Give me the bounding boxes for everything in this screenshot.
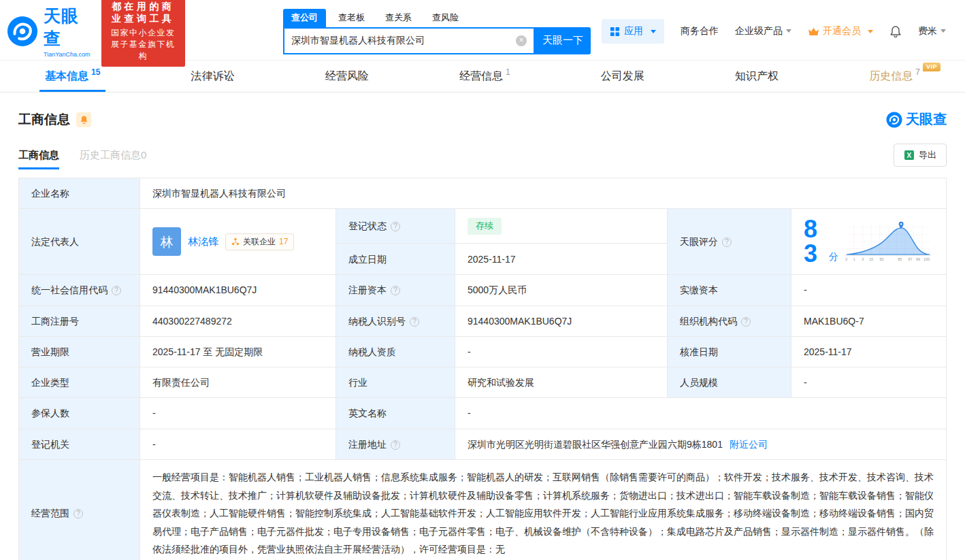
label-reg-address: 注册地址 <box>336 429 455 459</box>
label-reg-number: 工商注册号 <box>19 306 140 336</box>
score-number: 83 <box>804 217 825 266</box>
search-tab-risk[interactable]: 查风险 <box>424 9 467 27</box>
top-header: 天眼查 TianYanCha.com 都在用的商业查询工具 国家中小企业发展子基… <box>0 0 965 60</box>
label-staff-size: 人员规模 <box>668 367 791 398</box>
label-legal-rep: 法定代表人 <box>19 209 140 275</box>
table-row: 营业期限 2025-11-17 至 无固定期限 纳税人资质 - 核准日期 202… <box>19 336 947 367</box>
tianyancha-logo[interactable]: 天眼查 TianYanCha.com <box>7 5 91 58</box>
tab-label: 经营风险 <box>325 69 369 84</box>
subscribe-bell-icon[interactable] <box>76 112 91 127</box>
promo-banner-line2: 国家中小企业发展子基金旗下机构 <box>108 27 178 62</box>
label-business-scope: 经营范围 <box>19 460 140 560</box>
help-icon[interactable] <box>410 317 419 327</box>
help-icon[interactable] <box>73 509 83 518</box>
related-companies-badge[interactable]: 关联企业 17 <box>225 233 294 250</box>
help-icon[interactable] <box>741 317 751 327</box>
subtab-history-business-info[interactable]: 历史工商信息0 <box>80 149 146 169</box>
help-icon[interactable] <box>391 440 400 450</box>
tab-label: 法律诉讼 <box>191 69 235 84</box>
enterprise-products-menu[interactable]: 企业级产品 <box>735 25 791 37</box>
excel-icon <box>904 150 915 161</box>
help-icon[interactable] <box>391 286 400 295</box>
value-business-scope: 一般经营项目是：智能机器人销售；工业机器人销售；信息系统集成服务；智能机器人的研… <box>140 460 947 560</box>
search-tabs: 查公司 查老板 查关系 查风险 <box>283 9 591 27</box>
user-menu[interactable]: 费米 <box>918 25 946 37</box>
svg-text:85: 85 <box>898 257 902 261</box>
help-icon[interactable] <box>391 222 400 231</box>
value-reg-capital: 5000万人民币 <box>455 275 668 306</box>
search-block: 查公司 查老板 查关系 查风险 天眼一下 <box>283 9 591 54</box>
svg-text:1: 1 <box>853 257 855 261</box>
related-companies-label: 关联企业 <box>243 236 276 248</box>
status-badge: 存续 <box>468 218 502 235</box>
clear-search-icon[interactable] <box>516 35 527 46</box>
legal-rep-avatar[interactable]: 林 <box>152 227 181 256</box>
vip-upgrade-link[interactable]: 开通会员 <box>808 25 873 37</box>
label-industry: 行业 <box>336 367 455 398</box>
label-tyc-score: 天眼评分 <box>668 209 791 275</box>
subtab-business-info[interactable]: 工商信息 <box>18 149 59 169</box>
main-content: 工商信息 天眼查 工商信息 历史工商信息0 导出 <box>0 110 965 560</box>
tab-intellectual-property[interactable]: 知识产权 <box>730 61 784 92</box>
business-cooperation-link[interactable]: 商务合作 <box>681 25 719 37</box>
svg-text:97: 97 <box>909 257 913 261</box>
tab-label: 知识产权 <box>735 69 779 84</box>
export-button[interactable]: 导出 <box>894 144 947 167</box>
business-info-table: 企业名称 深圳市智显机器人科技有限公司 法定代表人 林 林洺锋 <box>18 178 947 560</box>
tab-company-development[interactable]: 公司发展 <box>595 61 650 92</box>
enterprise-products-label: 企业级产品 <box>735 25 783 36</box>
notifications-bell-icon[interactable] <box>889 25 902 37</box>
watermark-text: 天眼查 <box>906 110 947 129</box>
search-tab-relation[interactable]: 查关系 <box>377 9 420 27</box>
table-row: 统一社会信用代码 91440300MAK1BU6Q7J 注册资本 5000万人民… <box>19 275 947 306</box>
label-establish-date: 成立日期 <box>336 244 455 275</box>
vip-label: 开通会员 <box>823 25 861 37</box>
search-tab-company[interactable]: 查公司 <box>283 9 326 27</box>
nearby-companies-link[interactable]: 附近公司 <box>730 439 768 450</box>
apps-menu[interactable]: 应用 <box>602 19 664 44</box>
help-icon[interactable] <box>722 237 732 247</box>
username: 费米 <box>918 25 937 36</box>
value-establish-date: 2025-11-17 <box>455 244 668 275</box>
value-industry: 研究和试验发展 <box>455 367 668 398</box>
label-insured-count: 参保人数 <box>19 398 140 429</box>
crown-icon <box>808 27 819 36</box>
tab-label: 历史信息 <box>869 69 913 84</box>
label-english-name: 英文名称 <box>336 398 455 429</box>
tab-history-info[interactable]: 历史信息7 VIP <box>864 61 926 92</box>
tab-operating-risk[interactable]: 经营风险 <box>320 61 374 92</box>
value-company-type: 有限责任公司 <box>140 367 336 398</box>
label-credit-code: 统一社会信用代码 <box>19 275 140 306</box>
tyc-score[interactable]: 83分 <box>804 217 934 266</box>
chevron-down-icon <box>651 30 656 33</box>
tab-legal-proceedings[interactable]: 法律诉讼 <box>186 61 240 92</box>
label-taxpayer-qualification: 纳税人资质 <box>336 336 455 367</box>
tianyancha-watermark: 天眼查 <box>886 110 947 129</box>
svg-text:100: 100 <box>923 257 930 261</box>
legal-rep-name-link[interactable]: 林洺锋 <box>188 234 218 249</box>
value-taxpayer-qualification: - <box>455 336 668 367</box>
tab-basic-info[interactable]: 基本信息15 <box>39 61 105 92</box>
tab-operating-info[interactable]: 经营信息1 <box>454 61 516 92</box>
chevron-down-icon <box>786 29 791 33</box>
help-icon[interactable] <box>112 286 121 295</box>
search-button[interactable]: 天眼一下 <box>535 27 591 54</box>
tab-count: 15 <box>91 67 100 77</box>
value-org-code: MAK1BU6Q-7 <box>791 306 947 336</box>
table-row: 企业类型 有限责任公司 行业 研究和试验发展 人员规模 - <box>19 367 947 398</box>
search-tab-boss[interactable]: 查老板 <box>330 9 373 27</box>
label-business-term: 营业期限 <box>19 336 140 367</box>
tab-label: 基本信息 <box>45 69 88 84</box>
value-taxpayer-id: 91440300MAK1BU6Q7J <box>455 306 668 336</box>
header-right-nav: 应用 商务合作 企业级产品 开通会员 费米 <box>602 19 946 44</box>
chevron-down-icon <box>868 30 873 33</box>
relation-icon <box>231 237 240 246</box>
label-reg-status: 登记状态 <box>336 209 455 244</box>
tianyancha-logo-icon <box>7 16 38 47</box>
value-reg-number: 440300227489272 <box>140 306 336 336</box>
search-input[interactable] <box>291 35 516 46</box>
logo-text-cn: 天眼查 <box>44 5 91 50</box>
tab-count: 1 <box>506 67 510 77</box>
label-reg-capital: 注册资本 <box>336 275 455 306</box>
value-tyc-score: 83分 <box>791 209 947 275</box>
